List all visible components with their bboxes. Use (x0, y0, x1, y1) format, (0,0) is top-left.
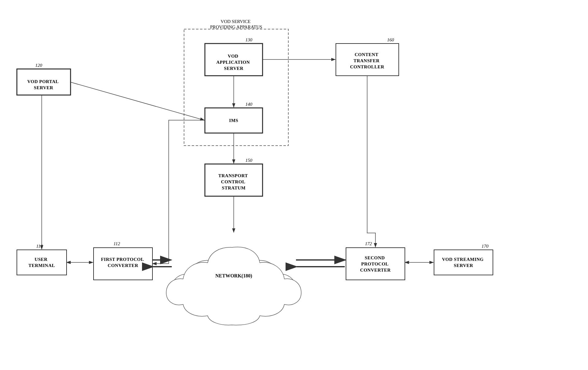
content-transfer-label: CONTENT TRANSFER CONTROLLER (350, 52, 384, 69)
vod-streaming-ref: 170 (482, 244, 489, 249)
diagram-container: VOD SERVICE PROVIDING APPARATUS VOD PORT… (0, 0, 588, 370)
user-terminal-label: USER TERMINAL (29, 257, 55, 268)
content-to-second-arrow (367, 76, 375, 247)
vod-streaming-label: VOD STREAMING SERVER (442, 257, 485, 268)
vod-service-label: VOD SERVICE PROVIDING APPARATUS (210, 19, 262, 29)
ims-label: IMS (229, 118, 238, 123)
transport-label: TRANSPORT CONTROL STRATUM (218, 173, 249, 190)
vod-service-box (184, 29, 288, 146)
content-transfer-ref: 160 (387, 37, 394, 42)
vod-portal-label: VOD PORTAL SERVER (27, 79, 60, 90)
architecture-diagram: VOD SERVICE PROVIDING APPARATUS VOD PORT… (0, 0, 588, 370)
user-terminal-box (17, 250, 67, 275)
second-converter-label: SECOND PROTOCOL CONVERTER (360, 255, 391, 273)
network-cloud (166, 247, 301, 325)
vod-app-label: VOD APPLICATION SERVER (216, 54, 251, 71)
first-converter-label: FIRST PROTOCOL CONVERTER (101, 257, 145, 268)
network-label: NETWORK(180) (215, 273, 252, 279)
ims-ref: 140 (245, 102, 252, 107)
ims-to-first-arrow (152, 120, 205, 264)
vod-portal-ref: 120 (35, 63, 42, 68)
first-converter-ref: 112 (113, 241, 120, 246)
transport-ref: 150 (245, 158, 252, 163)
vod-streaming-box (434, 250, 493, 275)
second-converter-ref: 172 (365, 241, 372, 246)
vod-app-ref: 130 (245, 37, 252, 42)
